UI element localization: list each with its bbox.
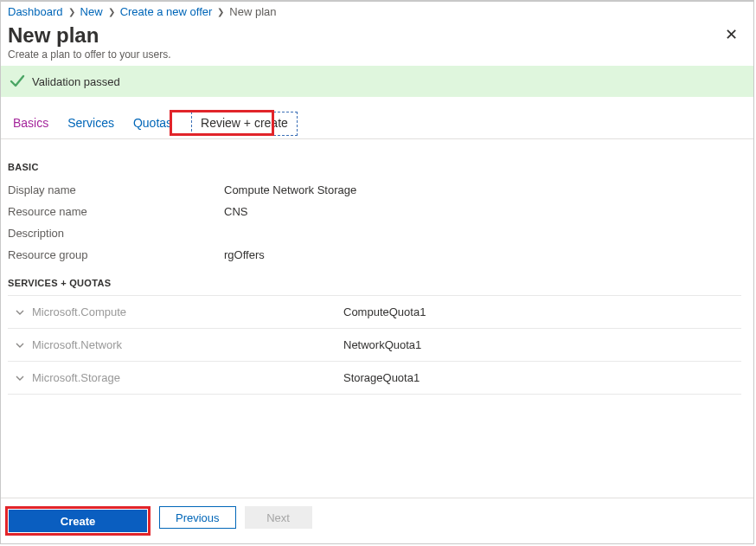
create-button[interactable]: Create — [9, 510, 147, 532]
tab-services[interactable]: Services — [67, 116, 114, 138]
quota-name: NetworkQuota1 — [343, 338, 421, 351]
breadcrumb-create-offer[interactable]: Create a new offer — [120, 5, 213, 18]
tab-bar: Basics Services Quotas Review + create — [1, 97, 753, 139]
page-title: New plan — [8, 23, 171, 48]
value-resource-group: rgOffers — [224, 248, 265, 261]
section-services-quotas-header: SERVICES + QUOTAS — [8, 278, 741, 288]
breadcrumb-new[interactable]: New — [80, 5, 103, 18]
tab-review-create[interactable]: Review + create — [191, 112, 298, 136]
label-resource-name: Resource name — [8, 205, 224, 218]
breadcrumb: Dashboard ❯ New ❯ Create a new offer ❯ N… — [1, 2, 753, 20]
chevron-right-icon: ❯ — [67, 7, 77, 16]
service-quota-row[interactable]: Microsoft.Storage StorageQuota1 — [8, 362, 741, 395]
chevron-down-icon — [8, 340, 32, 350]
service-name: Microsoft.Compute — [32, 305, 343, 318]
validation-banner: Validation passed — [1, 66, 753, 97]
next-button: Next — [245, 506, 312, 529]
breadcrumb-current: New plan — [229, 5, 276, 18]
highlight-rect: Create — [5, 506, 151, 536]
chevron-right-icon: ❯ — [215, 7, 226, 16]
section-basic-header: BASIC — [8, 162, 741, 172]
label-resource-group: Resource group — [8, 248, 224, 261]
breadcrumb-dashboard[interactable]: Dashboard — [8, 5, 63, 18]
checkmark-icon — [10, 74, 25, 89]
chevron-down-icon — [8, 307, 32, 318]
quota-name: StorageQuota1 — [343, 371, 420, 384]
close-icon[interactable]: ✕ — [720, 23, 743, 46]
label-display-name: Display name — [8, 183, 224, 196]
footer-bar: Create Previous Next — [1, 498, 753, 543]
service-name: Microsoft.Network — [32, 338, 343, 351]
tab-basics[interactable]: Basics — [13, 116, 48, 138]
label-description: Description — [8, 227, 224, 240]
validation-message: Validation passed — [32, 75, 120, 88]
page-subtitle: Create a plan to offer to your users. — [8, 48, 171, 61]
chevron-down-icon — [8, 373, 32, 383]
service-quota-row[interactable]: Microsoft.Network NetworkQuota1 — [8, 329, 741, 362]
tab-quotas[interactable]: Quotas — [133, 116, 172, 138]
service-name: Microsoft.Storage — [32, 371, 343, 384]
service-quota-row[interactable]: Microsoft.Compute ComputeQuota1 — [8, 296, 741, 329]
quota-name: ComputeQuota1 — [343, 305, 426, 318]
value-display-name: Compute Network Storage — [224, 183, 356, 196]
value-resource-name: CNS — [224, 205, 247, 218]
chevron-right-icon: ❯ — [106, 7, 117, 16]
previous-button[interactable]: Previous — [159, 506, 236, 529]
